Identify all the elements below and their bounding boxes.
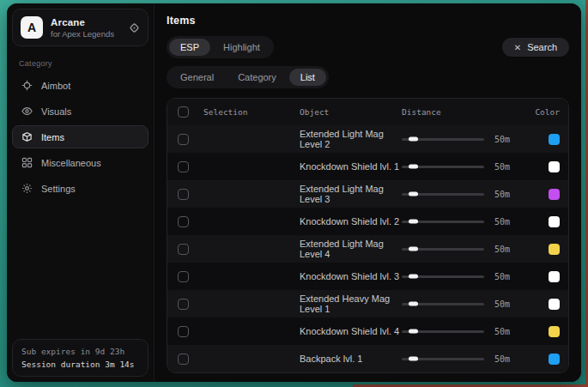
row-checkbox[interactable] xyxy=(178,161,189,172)
distance-slider[interactable] xyxy=(402,189,484,199)
color-swatch[interactable] xyxy=(549,216,560,227)
slider-thumb[interactable] xyxy=(409,275,418,279)
slider-thumb[interactable] xyxy=(409,137,418,142)
sidebar-item-visuals[interactable]: Visuals xyxy=(12,100,149,123)
object-name: Knockdown Shield lvl. 1 xyxy=(300,161,402,172)
slider-thumb[interactable] xyxy=(409,165,418,169)
color-swatch[interactable] xyxy=(549,326,560,337)
table-row: Knockdown Shield lvl. 2 50m xyxy=(167,208,568,235)
row-checkbox[interactable] xyxy=(178,216,189,227)
color-swatch[interactable] xyxy=(549,161,560,172)
slider-thumb[interactable] xyxy=(409,220,418,224)
page-title: Items xyxy=(167,15,569,27)
tab-general[interactable]: General xyxy=(169,69,225,86)
sidebar-item-miscellaneous[interactable]: Miscellaneous xyxy=(12,151,149,174)
table-header-row: Selection Object Distance Color xyxy=(167,99,568,125)
sidebar-item-label: Aimbot xyxy=(41,81,70,91)
object-name: Backpack lvl. 1 xyxy=(300,354,402,364)
slider-thumb[interactable] xyxy=(409,357,418,361)
grid-icon xyxy=(21,157,33,168)
distance-value: 50m xyxy=(494,190,534,199)
row-checkbox[interactable] xyxy=(178,271,189,282)
color-swatch[interactable] xyxy=(549,189,560,200)
object-name: Extended Light Mag Level 2 xyxy=(300,129,402,149)
table-row: Knockdown Shield lvl. 1 50m xyxy=(167,153,568,180)
distance-slider[interactable] xyxy=(402,271,484,281)
mode-tabs: ESP Highlight xyxy=(167,36,274,58)
distance-slider[interactable] xyxy=(402,134,484,144)
sidebar-item-label: Visuals xyxy=(41,106,71,117)
row-checkbox[interactable] xyxy=(178,326,189,337)
table-body: Extended Light Mag Level 2 50m Knockdown… xyxy=(167,125,568,372)
color-swatch[interactable] xyxy=(549,299,560,310)
table-row: Backpack lvl. 1 50m xyxy=(167,345,568,372)
items-table: Selection Object Distance Color Extended… xyxy=(167,98,569,373)
session-duration-text: Session duration 3m 14s xyxy=(21,360,139,369)
controls-row: ESP Highlight ✕ Search xyxy=(167,36,569,58)
sidebar-item-items[interactable]: Items xyxy=(12,125,149,148)
object-name: Extended Light Mag Level 4 xyxy=(300,239,402,259)
view-tabs-row: General Category List xyxy=(167,66,569,88)
sidebar-item-settings[interactable]: Settings xyxy=(12,177,149,200)
col-header-color: Color xyxy=(534,107,563,117)
sidebar-nav: Aimbot Visuals Items xyxy=(12,74,149,200)
color-swatch[interactable] xyxy=(549,354,560,365)
color-swatch[interactable] xyxy=(549,134,560,145)
eye-icon xyxy=(21,106,33,117)
sidebar-item-label: Miscellaneous xyxy=(41,158,101,168)
table-row: Extended Light Mag Level 2 50m xyxy=(167,125,568,153)
slider-thumb[interactable] xyxy=(409,330,418,334)
distance-slider[interactable] xyxy=(402,299,484,309)
sidebar-item-aimbot[interactable]: Aimbot xyxy=(12,74,149,97)
session-info-box: Sub expires in 9d 23h Session duration 3… xyxy=(12,339,149,377)
row-checkbox[interactable] xyxy=(178,354,189,365)
distance-value: 50m xyxy=(494,245,534,254)
slider-thumb[interactable] xyxy=(409,247,418,251)
color-swatch[interactable] xyxy=(549,271,560,282)
select-all-checkbox[interactable] xyxy=(178,106,189,118)
table-row: Knockdown Shield lvl. 3 50m xyxy=(167,263,568,290)
object-name: Knockdown Shield lvl. 4 xyxy=(300,326,402,336)
tab-category[interactable]: Category xyxy=(227,69,288,86)
slider-thumb[interactable] xyxy=(409,302,418,306)
distance-slider[interactable] xyxy=(402,244,484,254)
distance-value: 50m xyxy=(494,135,534,144)
search-x-icon: ✕ xyxy=(514,43,521,52)
row-checkbox[interactable] xyxy=(178,189,189,200)
object-name: Extended Light Mag Level 3 xyxy=(300,184,402,204)
search-button[interactable]: ✕ Search xyxy=(502,38,569,57)
distance-value: 50m xyxy=(494,299,534,309)
row-checkbox[interactable] xyxy=(178,244,189,255)
main-panel: Items ESP Highlight ✕ Search General Cat… xyxy=(155,3,581,382)
object-name: Knockdown Shield lvl. 3 xyxy=(300,271,402,281)
table-row: Extended Light Mag Level 4 50m xyxy=(167,235,568,263)
distance-value: 50m xyxy=(494,272,534,281)
col-header-selection: Selection xyxy=(203,107,300,117)
distance-slider[interactable] xyxy=(402,216,484,227)
view-tabs: General Category List xyxy=(167,66,329,88)
object-name: Extended Heavy Mag Level 1 xyxy=(300,293,402,314)
app-subtitle: for Apex Legends xyxy=(51,29,121,39)
sidebar-item-label: Items xyxy=(41,132,64,142)
search-button-label: Search xyxy=(527,42,557,52)
row-checkbox[interactable] xyxy=(178,134,189,145)
crosshair-icon xyxy=(21,80,33,91)
tab-esp[interactable]: ESP xyxy=(169,39,210,56)
distance-slider[interactable] xyxy=(402,161,484,172)
color-swatch[interactable] xyxy=(549,244,560,255)
distance-value: 50m xyxy=(494,217,534,227)
row-checkbox[interactable] xyxy=(178,299,189,310)
distance-value: 50m xyxy=(494,162,534,172)
sub-expiry-text: Sub expires in 9d 23h xyxy=(21,347,139,356)
app-logo: A xyxy=(21,16,43,39)
tab-list[interactable]: List xyxy=(289,69,326,86)
package-icon xyxy=(21,131,33,142)
gear-icon xyxy=(21,183,33,194)
category-label: Category xyxy=(19,59,142,68)
table-row: Extended Light Mag Level 3 50m xyxy=(167,180,568,208)
tab-highlight[interactable]: Highlight xyxy=(212,39,271,56)
distance-slider[interactable] xyxy=(402,354,484,364)
sidebar: A Arcane for Apex Legends Category xyxy=(7,3,155,382)
distance-slider[interactable] xyxy=(402,326,484,336)
slider-thumb[interactable] xyxy=(409,192,418,197)
